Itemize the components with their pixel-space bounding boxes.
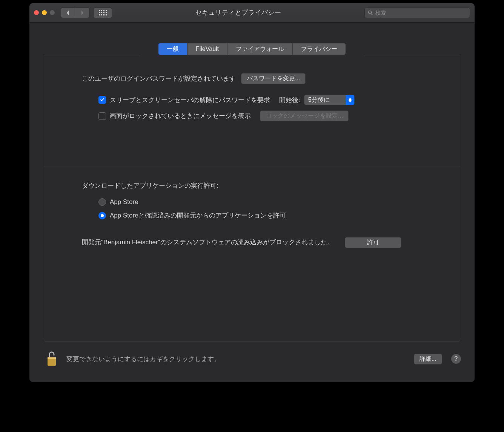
show-all-button[interactable]: [93, 8, 112, 18]
allow-apps-heading: ダウンロードしたアプリケーションの実行許可:: [82, 181, 422, 190]
password-delay-select[interactable]: 5分後に: [304, 95, 355, 105]
radio-identified[interactable]: [98, 212, 106, 219]
window-controls: [34, 10, 55, 15]
login-password-row: このユーザのログインパスワードが設定されています パスワードを変更...: [82, 73, 422, 84]
blocked-software-row: 開発元"Benjamin Fleischer"のシステムソフトウェアの読み込みが…: [82, 237, 422, 248]
lock-button[interactable]: [46, 351, 57, 367]
search-icon: [368, 10, 373, 15]
require-password-checkbox[interactable]: [98, 96, 106, 104]
blocked-software-text: 開発元"Benjamin Fleischer"のシステムソフトウェアの読み込みが…: [82, 237, 333, 247]
change-password-button[interactable]: パスワードを変更...: [241, 73, 306, 84]
nav-group: [61, 8, 89, 18]
tab-row: 一般 FileVault ファイアウォール プライバシー: [29, 43, 475, 55]
radio-identified-row: App Storeと確認済みの開発元からのアプリケーションを許可: [98, 211, 422, 220]
zoom-window-button[interactable]: [50, 10, 55, 15]
after-label: 開始後:: [279, 96, 300, 104]
allow-button[interactable]: 許可: [345, 237, 401, 248]
password-delay-value: 5分後に: [304, 95, 346, 105]
footer: 変更できないようにするにはカギをクリックします。 詳細... ?: [29, 342, 475, 376]
general-panel: このユーザのログインパスワードが設定されています パスワードを変更... スリー…: [44, 55, 460, 342]
login-password-text: このユーザのログインパスワードが設定されています: [82, 74, 236, 83]
minimize-window-button[interactable]: [42, 10, 47, 15]
tab-general[interactable]: 一般: [158, 43, 187, 55]
radio-appstore-label: App Store: [110, 198, 138, 206]
divider: [44, 167, 460, 167]
unlocked-lock-icon: [46, 351, 57, 366]
back-button[interactable]: [61, 8, 75, 18]
require-password-label: スリープとスクリーンセーバの解除にパスワードを要求: [110, 96, 270, 104]
tab-filevault[interactable]: FileVault: [187, 43, 227, 55]
grid-icon: [99, 10, 107, 15]
forward-button[interactable]: [75, 8, 89, 18]
radio-appstore-row: App Store: [98, 198, 422, 206]
search-input[interactable]: [375, 10, 467, 16]
radio-identified-label: App Storeと確認済みの開発元からのアプリケーションを許可: [110, 211, 286, 220]
show-lock-message-row: 画面がロックされているときにメッセージを表示 ロックのメッセージを設定...: [98, 110, 422, 121]
window-title: セキュリティとプライバシー: [112, 8, 364, 17]
advanced-button[interactable]: 詳細...: [414, 354, 442, 365]
close-window-button[interactable]: [34, 10, 39, 15]
checkmark-icon: [100, 97, 105, 103]
show-lock-message-label: 画面がロックされているときにメッセージを表示: [110, 112, 251, 120]
help-button[interactable]: ?: [451, 354, 461, 364]
set-lock-message-button: ロックのメッセージを設定...: [260, 110, 349, 121]
lock-hint-text: 変更できないようにするにはカギをクリックします。: [66, 355, 405, 363]
search-field[interactable]: [364, 8, 470, 18]
show-lock-message-checkbox[interactable]: [98, 112, 106, 120]
tab-privacy[interactable]: プライバシー: [293, 43, 346, 55]
require-password-row: スリープとスクリーンセーバの解除にパスワードを要求 開始後: 5分後に: [98, 95, 422, 105]
tabs: 一般 FileVault ファイアウォール プライバシー: [158, 43, 346, 55]
titlebar: セキュリティとプライバシー: [29, 3, 475, 23]
radio-appstore[interactable]: [98, 198, 106, 206]
stepper-icon: [346, 95, 354, 105]
tab-firewall[interactable]: ファイアウォール: [227, 43, 293, 55]
preferences-window: セキュリティとプライバシー 一般 FileVault ファイアウォール プライバ…: [29, 3, 475, 382]
